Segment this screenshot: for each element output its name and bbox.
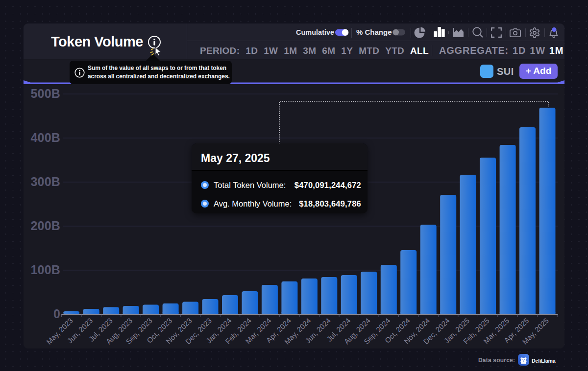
svg-text:300B: 300B bbox=[30, 175, 60, 188]
svg-text:0: 0 bbox=[53, 307, 60, 321]
svg-text:100B: 100B bbox=[30, 263, 60, 277]
svg-text:400B: 400B bbox=[30, 131, 60, 144]
svg-text:500B: 500B bbox=[30, 87, 60, 100]
svg-text:200B: 200B bbox=[30, 219, 60, 232]
